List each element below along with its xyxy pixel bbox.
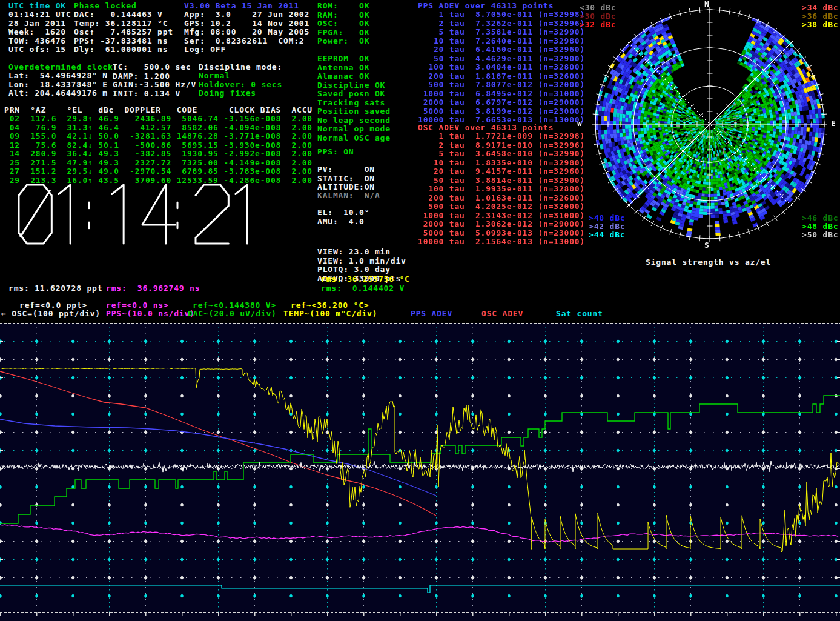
- legend-gt50: >50 dBc: [802, 231, 838, 240]
- sat-table-rows: 02 117.6 29.8↑ 46.9 2436.89 5046.74 -3.1…: [4, 115, 313, 185]
- hw-status: ROM: OK RAM: OK OSC: OK FPGA: OK Power: …: [317, 2, 369, 46]
- kalman-status: KALMAN: N/A: [317, 191, 380, 201]
- label-pps-adev: PPS ADEV: [411, 310, 452, 319]
- legend-gt38: >38 dBc: [802, 21, 838, 30]
- label-osc-adev: OSC ADEV: [481, 310, 523, 319]
- fix-flags: PV: ON STATIC: ON ALTITUDE:ON: [317, 165, 375, 192]
- scale-osc: ← OSC=(100 ppt/div): [1, 310, 101, 319]
- version-values: App: 3.0 27 Jun 2002 GPS: 10.2 14 Nov 20…: [184, 10, 309, 55]
- mask-settings: EL: 10.0° AMU: 4.0: [317, 208, 369, 226]
- compass-north-label: N: [704, 0, 710, 9]
- phase-values: DAC: 0.144463 V Temp: 36.128117 °C Osc↑ …: [74, 10, 173, 55]
- discipline-mode: Normal Holdover: 0 secs Doing fixes: [199, 71, 282, 98]
- strip-chart-canvas[interactable]: [0, 323, 840, 621]
- position-values: Lat: 54.4964928° N Lon: 18.4337848° E Al…: [8, 71, 108, 98]
- legend-gt44: >44 dBc: [589, 231, 625, 240]
- scale-pps: PPS~(10.0 ns/div): [106, 310, 195, 319]
- compass-south-label: S: [704, 241, 710, 250]
- rms-dac: rms: 0.144402 V: [321, 284, 405, 293]
- polar-title: Signal strength vs az/el: [646, 258, 771, 267]
- scale-temp: TEMP~(100 m°C/div): [283, 310, 377, 319]
- rms-pps: rms: 36.962749 ns: [106, 284, 200, 293]
- loop-params: TC: 500.0 sec DAMP: 1.200 GAIN:-3.500 Hz…: [113, 63, 196, 98]
- compass-east-label: E: [831, 119, 836, 128]
- utc-info: 01:14:21 UTC 28 Jan 2011 Week: 1620 TOW:…: [8, 10, 71, 55]
- receiver-status: EEPROM OK Antenna OK Almanac OK Discipli…: [317, 55, 391, 142]
- label-sat-count: Sat count: [556, 310, 603, 319]
- rms-osc: rms: 11.620728 ppt: [8, 284, 102, 293]
- scale-dac: DAC~(20.0 uV/div): [188, 310, 277, 319]
- osc-adev-rows: 1 tau 1.7721e-009 (n=32998) 2 tau 8.9171…: [418, 132, 585, 247]
- digital-clock-canvas: [15, 181, 285, 251]
- heather-screen: N E S W Signal strength vs az/el UTC tim…: [0, 0, 840, 621]
- pps-adev-rows: 1 tau 8.7050e-011 (n=32998) 2 tau 7.3262…: [418, 10, 585, 125]
- pps-status: PPS: ON: [317, 148, 354, 157]
- legend-gt32: >32 dBc: [580, 21, 616, 30]
- rms-temp: rms: 36.255756 °C: [321, 275, 410, 284]
